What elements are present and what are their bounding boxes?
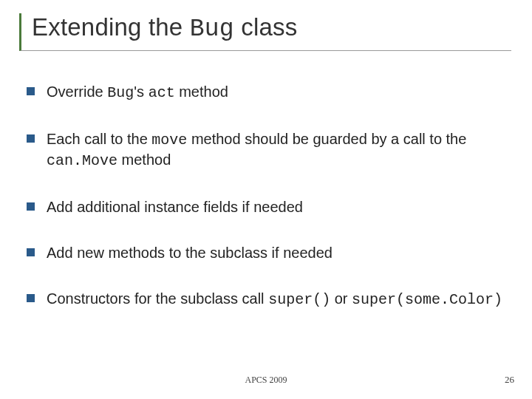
page-number: 26 (505, 374, 514, 386)
code-text: super(some.Color) (352, 291, 502, 308)
code-text: Bug (107, 84, 134, 101)
square-bullet-icon (27, 294, 35, 302)
body-text: Add additional instance fields if needed (47, 199, 303, 215)
body-text: method should be guarded by a call to th… (187, 131, 466, 147)
list-item: Override Bug's act method (27, 82, 511, 103)
square-bullet-icon (27, 248, 35, 256)
slide: Extending the Bug class Override Bug's a… (0, 0, 532, 399)
body-text: method (117, 151, 171, 168)
list-item: Add new methods to the subclass if neede… (27, 243, 511, 262)
body-text: Constructors for the subclass call (47, 290, 268, 307)
bullet-text: Each call to the move method should be g… (47, 129, 511, 171)
list-item: Each call to the move method should be g… (27, 129, 511, 171)
square-bullet-icon (27, 202, 35, 211)
body-text: method (175, 83, 228, 100)
code-text: super() (268, 291, 330, 308)
bullet-text: Constructors for the subclass call super… (47, 289, 502, 310)
code-text: act (149, 84, 175, 101)
slide-title: Extending the Bug class (32, 13, 511, 43)
square-bullet-icon (27, 134, 35, 143)
body-text: or (330, 290, 352, 307)
body-text: 's (134, 83, 148, 100)
bullet-text: Add additional instance fields if needed (47, 197, 303, 216)
square-bullet-icon (27, 87, 35, 95)
bullet-text: Override Bug's act method (47, 82, 228, 103)
body-text: Override (47, 83, 107, 100)
code-text: move (151, 132, 187, 149)
title-prefix: Extending the (32, 13, 190, 41)
list-item: Add additional instance fields if needed (27, 197, 511, 216)
body-text: Each call to the (47, 131, 151, 147)
footer-center: APCS 2009 (0, 375, 532, 386)
code-text: can.Move (47, 152, 117, 169)
list-item: Constructors for the subclass call super… (27, 289, 511, 310)
bullet-text: Add new methods to the subclass if neede… (47, 243, 332, 262)
body-text: Add new methods to the subclass if neede… (47, 245, 332, 261)
bullet-list: Override Bug's act methodEach call to th… (21, 82, 511, 310)
title-rule: Extending the Bug class (19, 13, 511, 51)
title-suffix: class (234, 13, 298, 41)
title-code: Bug (190, 16, 234, 43)
